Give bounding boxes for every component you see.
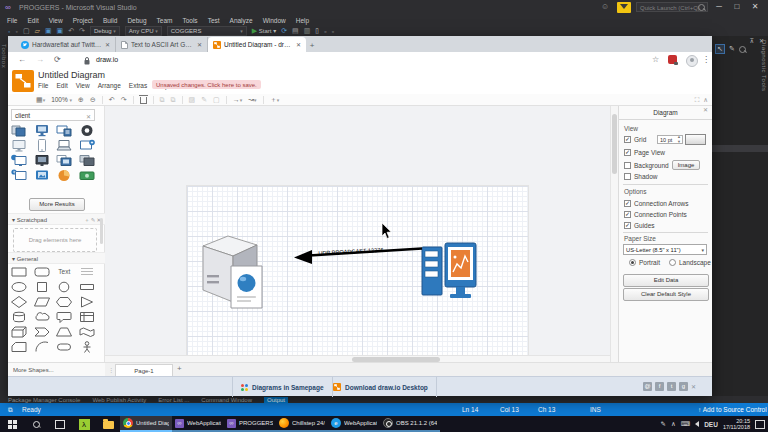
shape-search-input[interactable]: client ✕: [11, 109, 95, 121]
unsaved-changes-banner[interactable]: Unsaved changes. Click here to save.: [152, 80, 261, 89]
toolbar-misc-icon[interactable]: ▥: [304, 27, 311, 35]
panel-splitter[interactable]: [712, 145, 768, 152]
search-result-shape[interactable]: [78, 123, 96, 138]
zoom-level-dropdown[interactable]: 100% ▾: [51, 96, 72, 103]
landscape-radio[interactable]: [669, 259, 676, 266]
search-result-shape[interactable]: [10, 138, 28, 153]
googleplus-icon[interactable]: g: [679, 382, 688, 391]
taskbar-window-chrome[interactable]: Untitled Diagram - ...: [120, 416, 172, 432]
view-mode-icon[interactable]: ▦▾: [36, 96, 45, 104]
taskbar-window-webapplication[interactable]: ∞WebApplication11 ...: [172, 416, 224, 432]
taskbar-search-button[interactable]: [24, 416, 48, 432]
general-section-header[interactable]: ▾ General: [8, 252, 105, 264]
tab-command-window[interactable]: Command Window: [201, 397, 252, 403]
shape-cylinder[interactable]: [10, 309, 28, 324]
more-shapes-button[interactable]: More Shapes...: [8, 362, 105, 376]
forward-icon[interactable]: →: [36, 55, 44, 64]
undo-icon[interactable]: ↶: [109, 96, 115, 104]
vs-menu-analyze[interactable]: Analyze: [230, 17, 253, 24]
vs-minimize-button[interactable]: ─: [712, 0, 726, 14]
shape-trapezoid[interactable]: [55, 324, 73, 339]
taskbar-app-lambda[interactable]: λ: [72, 416, 96, 432]
url-text[interactable]: draw.io: [96, 56, 118, 63]
navigate-back-icon[interactable]: ◦: [8, 28, 10, 35]
shape-actor[interactable]: [78, 339, 96, 354]
browser-menu-icon[interactable]: ⋮: [702, 55, 710, 64]
taskbar-window-proggers[interactable]: ∞PROGGERS - Micro...: [224, 416, 276, 432]
drawio-menu-arrange[interactable]: Arrange: [98, 82, 121, 89]
drawio-menu-view[interactable]: View: [76, 82, 90, 89]
collapse-panel-icon[interactable]: ∧: [703, 96, 708, 104]
start-button[interactable]: [0, 416, 24, 432]
toolbar-misc-icon[interactable]: ▫: [332, 28, 334, 35]
save-all-icon[interactable]: ▣: [57, 27, 64, 35]
new-file-icon[interactable]: ▢: [23, 27, 30, 35]
bookmark-icon[interactable]: ▯: [315, 27, 319, 35]
shape-text[interactable]: Text: [55, 264, 73, 279]
samepage-banner[interactable]: Diagrams in Samepage: [232, 377, 333, 397]
search-result-shape[interactable]: [33, 138, 51, 153]
vs-menu-test[interactable]: Test: [208, 17, 220, 24]
udp-broadcast-edge[interactable]: UDP BROADCAST 12376: [294, 247, 422, 264]
facebook-icon[interactable]: f: [655, 382, 664, 391]
paper-size-select[interactable]: US-Letter (8.5" x 11")▾: [623, 244, 707, 255]
edit-data-button[interactable]: Edit Data: [623, 274, 709, 287]
fill-color-icon[interactable]: ▨: [189, 96, 196, 104]
vs-menu-edit[interactable]: Edit: [27, 17, 38, 24]
shape-card[interactable]: [10, 339, 28, 354]
shape-cube[interactable]: [10, 324, 28, 339]
tab-close-icon[interactable]: ✕: [197, 41, 202, 48]
shape-step[interactable]: [33, 324, 51, 339]
shape-rounded-process[interactable]: [55, 339, 73, 354]
https-lock-icon[interactable]: [84, 57, 90, 65]
format-tab-diagram[interactable]: Diagram: [619, 106, 712, 120]
download-desktop-banner[interactable]: Download draw.io Desktop: [325, 377, 437, 397]
vs-menu-project[interactable]: Project: [73, 17, 93, 24]
volume-icon[interactable]: [695, 421, 699, 427]
touch-keyboard-icon[interactable]: ⌨: [681, 420, 690, 428]
shape-tape[interactable]: [78, 324, 96, 339]
shape-hexagon[interactable]: [55, 294, 73, 309]
startup-profile-dropdown[interactable]: COGGERS ▾: [167, 26, 247, 36]
search-result-shape[interactable]: [10, 168, 28, 183]
search-result-shape[interactable]: [55, 168, 73, 183]
bookmark-star-icon[interactable]: ☆: [652, 55, 659, 64]
open-folder-icon[interactable]: ▱: [35, 27, 40, 35]
task-view-button[interactable]: [48, 416, 72, 432]
vs-close-button[interactable]: ✕: [748, 0, 762, 14]
shape-textbox[interactable]: [78, 264, 96, 279]
back-icon[interactable]: ←: [18, 55, 26, 64]
more-results-button[interactable]: More Results: [29, 198, 85, 211]
tab-web-publish-activity[interactable]: Web Publish Activity: [92, 397, 146, 403]
undo-icon[interactable]: ↶: [68, 27, 74, 35]
shape-process[interactable]: [78, 279, 96, 294]
shape-square[interactable]: [33, 279, 51, 294]
solution-platform-dropdown[interactable]: Any CPU ▾: [125, 26, 162, 36]
grid-size-input[interactable]: 10 pt▲▼: [657, 135, 683, 144]
tab-error-list[interactable]: Error List ...: [158, 397, 189, 403]
new-tab-button[interactable]: +: [306, 40, 318, 52]
browser-tab-twitter[interactable]: Hardwareflat auf Twitter: "brauc ✕: [16, 37, 116, 52]
browser-tab-ascii-art[interactable]: Text to ASCII Art Generator (TA- ✕: [116, 37, 208, 52]
action-center-icon[interactable]: [755, 420, 765, 429]
application-server-node[interactable]: [203, 236, 262, 308]
pin-icon[interactable]: ⊼: [750, 37, 754, 44]
shape-internal-storage[interactable]: [78, 309, 96, 324]
browser-profile-icon[interactable]: [686, 55, 698, 67]
toolbar-misc-icon[interactable]: ▤: [292, 27, 299, 35]
shape-triangle[interactable]: [78, 294, 96, 309]
zoom-out-icon[interactable]: ⊖: [90, 96, 96, 104]
to-back-icon[interactable]: ⧉: [171, 96, 176, 104]
twitter-icon[interactable]: t: [667, 382, 676, 391]
shape-parallelogram[interactable]: [33, 294, 51, 309]
dismiss-footer-icon[interactable]: ✕: [691, 383, 696, 390]
page-view-checkbox[interactable]: [624, 149, 631, 156]
shadow-checkbox[interactable]: [624, 173, 631, 180]
filter-icon[interactable]: [617, 2, 631, 13]
search-result-shape[interactable]: [33, 123, 51, 138]
vs-menu-build[interactable]: Build: [103, 17, 117, 24]
background-checkbox[interactable]: [624, 162, 631, 169]
taskbar-clock[interactable]: 20:1517/11/2018: [723, 418, 750, 431]
search-result-shape[interactable]: [10, 153, 28, 168]
search-result-shape[interactable]: [33, 153, 51, 168]
